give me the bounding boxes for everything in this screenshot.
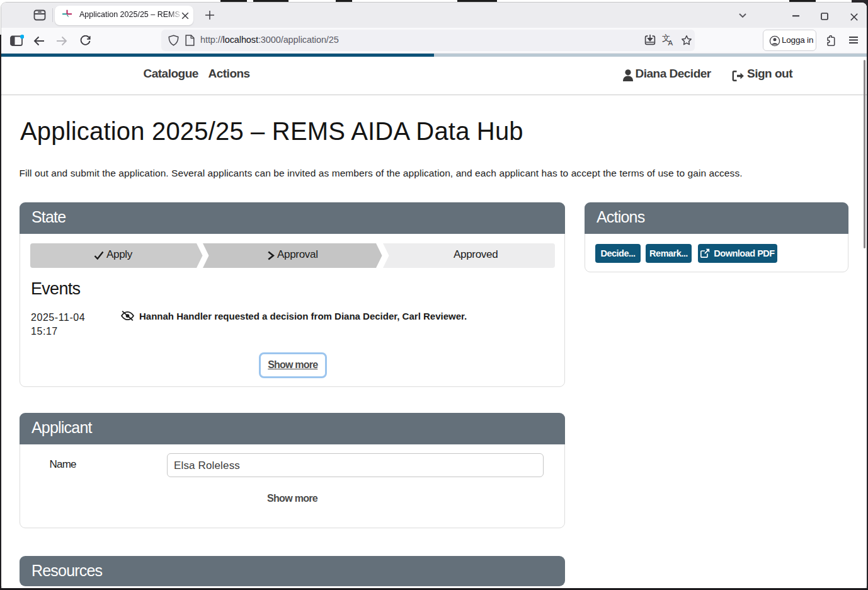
svg-text:A: A	[668, 39, 673, 46]
